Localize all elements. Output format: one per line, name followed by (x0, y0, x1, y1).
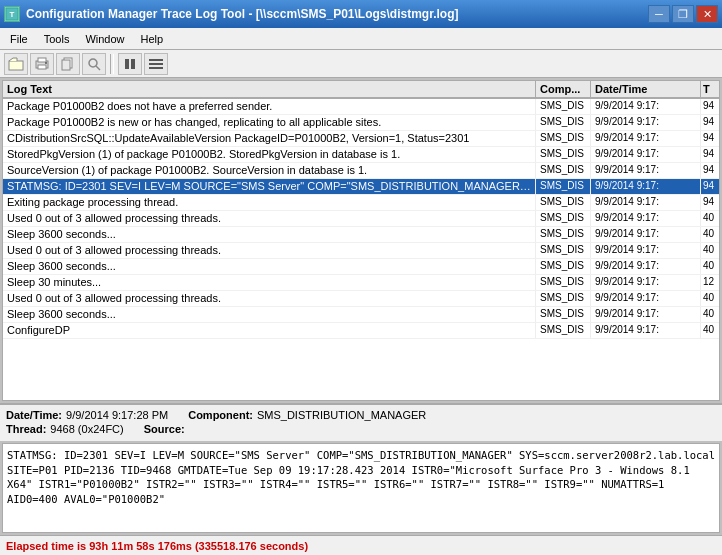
td-datetime: 9/9/2014 9:17: (591, 99, 701, 114)
menu-item-file[interactable]: File (2, 31, 36, 47)
col-header-comp: Comp... (536, 81, 591, 97)
table-row[interactable]: Exiting package processing thread. SMS_D… (3, 195, 719, 211)
menu-item-help[interactable]: Help (133, 31, 172, 47)
svg-point-6 (45, 62, 47, 64)
status-bar: Elapsed time is 93h 11m 58s 176ms (33551… (0, 535, 722, 555)
td-logtext: CDistributionSrcSQL::UpdateAvailableVers… (3, 131, 536, 146)
td-comp: SMS_DIS (536, 227, 591, 242)
td-comp: SMS_DIS (536, 131, 591, 146)
table-body[interactable]: Package P01000B2 does not have a preferr… (3, 99, 719, 400)
td-datetime: 9/9/2014 9:17: (591, 323, 701, 338)
td-datetime: 9/9/2014 9:17: (591, 195, 701, 210)
pause-button[interactable] (118, 53, 142, 75)
svg-rect-14 (149, 63, 163, 65)
td-logtext: STATMSG: ID=2301 SEV=I LEV=M SOURCE="SMS… (3, 179, 536, 194)
table-row[interactable]: Used 0 out of 3 allowed processing threa… (3, 211, 719, 227)
find-button[interactable] (82, 53, 106, 75)
svg-rect-15 (149, 67, 163, 69)
table-row[interactable]: STATMSG: ID=2301 SEV=I LEV=M SOURCE="SMS… (3, 179, 719, 195)
td-comp: SMS_DIS (536, 275, 591, 290)
td-datetime: 9/9/2014 9:17: (591, 291, 701, 306)
lines-button[interactable] (144, 53, 168, 75)
details-row-1: Date/Time: 9/9/2014 9:17:28 PM Component… (6, 409, 716, 421)
td-comp: SMS_DIS (536, 99, 591, 114)
detail-component: Component: SMS_DISTRIBUTION_MANAGER (188, 409, 426, 421)
table-row[interactable]: CDistributionSrcSQL::UpdateAvailableVers… (3, 131, 719, 147)
col-header-datetime: Date/Time (591, 81, 701, 97)
td-t: 40 (701, 323, 719, 338)
td-comp: SMS_DIS (536, 323, 591, 338)
td-t: 94 (701, 115, 719, 130)
td-logtext: Exiting package processing thread. (3, 195, 536, 210)
col-header-t: T (701, 81, 719, 97)
td-logtext: Sleep 3600 seconds... (3, 259, 536, 274)
menu-item-window[interactable]: Window (77, 31, 132, 47)
svg-rect-2 (9, 61, 23, 70)
table-row[interactable]: Used 0 out of 3 allowed processing threa… (3, 243, 719, 259)
table-row[interactable]: ConfigureDP SMS_DIS 9/9/2014 9:17: 40 (3, 323, 719, 339)
toolbar (0, 50, 722, 78)
table-row[interactable]: Used 0 out of 3 allowed processing threa… (3, 291, 719, 307)
td-logtext: Used 0 out of 3 allowed processing threa… (3, 211, 536, 226)
table-row[interactable]: Sleep 30 minutes... SMS_DIS 9/9/2014 9:1… (3, 275, 719, 291)
toolbar-separator-1 (110, 54, 114, 74)
copy-button[interactable] (56, 53, 80, 75)
td-logtext: Sleep 3600 seconds... (3, 307, 536, 322)
td-comp: SMS_DIS (536, 195, 591, 210)
thread-value: 9468 (0x24FC) (50, 423, 123, 435)
td-datetime: 9/9/2014 9:17: (591, 275, 701, 290)
td-datetime: 9/9/2014 9:17: (591, 147, 701, 162)
table-row[interactable]: Sleep 3600 seconds... SMS_DIS 9/9/2014 9… (3, 227, 719, 243)
log-table-area: Log Text Comp... Date/Time T Package P01… (2, 80, 720, 401)
td-t: 40 (701, 291, 719, 306)
td-t: 94 (701, 147, 719, 162)
table-row[interactable]: Sleep 3600 seconds... SMS_DIS 9/9/2014 9… (3, 259, 719, 275)
td-t: 94 (701, 195, 719, 210)
td-comp: SMS_DIS (536, 291, 591, 306)
td-datetime: 9/9/2014 9:17: (591, 163, 701, 178)
td-t: 40 (701, 259, 719, 274)
main-content: Log Text Comp... Date/Time T Package P01… (0, 78, 722, 555)
td-logtext: Used 0 out of 3 allowed processing threa… (3, 291, 536, 306)
details-panel: Date/Time: 9/9/2014 9:17:28 PM Component… (0, 403, 722, 441)
svg-rect-8 (62, 60, 70, 70)
table-row[interactable]: Package P01000B2 is new or has changed, … (3, 115, 719, 131)
detail-thread: Thread: 9468 (0x24FC) (6, 423, 124, 435)
svg-rect-12 (131, 59, 135, 69)
svg-point-9 (89, 59, 97, 67)
restore-button[interactable]: ❐ (672, 5, 694, 23)
detail-source: Source: (144, 423, 189, 435)
menu-item-tools[interactable]: Tools (36, 31, 78, 47)
table-row[interactable]: Package P01000B2 does not have a preferr… (3, 99, 719, 115)
elapsed-value: 93h 11m 58s 176ms (335518.176 seconds) (89, 540, 308, 552)
svg-text:T: T (10, 10, 15, 19)
td-datetime: 9/9/2014 9:17: (591, 227, 701, 242)
close-button[interactable]: ✕ (696, 5, 718, 23)
td-datetime: 9/9/2014 9:17: (591, 211, 701, 226)
td-datetime: 9/9/2014 9:17: (591, 131, 701, 146)
td-comp: SMS_DIS (536, 307, 591, 322)
td-comp: SMS_DIS (536, 147, 591, 162)
minimize-button[interactable]: ─ (648, 5, 670, 23)
col-header-logtext: Log Text (3, 81, 536, 97)
open-button[interactable] (4, 53, 28, 75)
td-datetime: 9/9/2014 9:17: (591, 115, 701, 130)
status-elapsed-text: Elapsed time is 93h 11m 58s 176ms (33551… (6, 540, 308, 552)
td-logtext: Used 0 out of 3 allowed processing threa… (3, 243, 536, 258)
td-logtext: Sleep 3600 seconds... (3, 227, 536, 242)
td-logtext: Package P01000B2 is new or has changed, … (3, 115, 536, 130)
elapsed-prefix: Elapsed time is (6, 540, 89, 552)
print-button[interactable] (30, 53, 54, 75)
td-logtext: Package P01000B2 does not have a preferr… (3, 99, 536, 114)
svg-rect-4 (38, 58, 46, 62)
source-label: Source: (144, 423, 185, 435)
svg-rect-5 (38, 65, 46, 69)
table-row[interactable]: Sleep 3600 seconds... SMS_DIS 9/9/2014 9… (3, 307, 719, 323)
svg-line-10 (96, 66, 100, 70)
table-row[interactable]: StoredPkgVersion (1) of package P01000B2… (3, 147, 719, 163)
td-t: 94 (701, 131, 719, 146)
component-label: Component: (188, 409, 253, 421)
td-logtext: ConfigureDP (3, 323, 536, 338)
table-row[interactable]: SourceVersion (1) of package P01000B2. S… (3, 163, 719, 179)
td-t: 40 (701, 243, 719, 258)
